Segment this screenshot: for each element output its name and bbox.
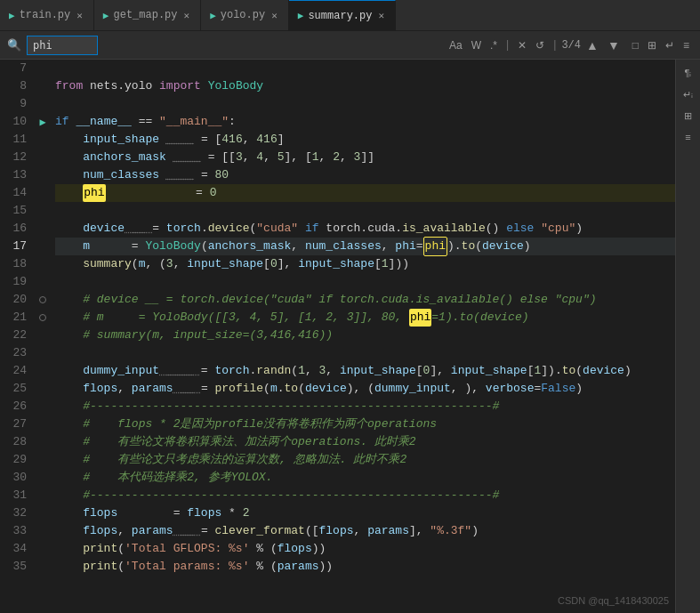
next-match-btn[interactable]: ▼ — [604, 36, 624, 54]
match-case-btn[interactable]: Aa — [446, 36, 466, 55]
code-editor[interactable]: from nets.yolo import YoloBody if __name… — [52, 60, 675, 613]
tab-close-getmap[interactable]: ✕ — [182, 9, 192, 22]
match-word-btn[interactable]: W — [468, 36, 485, 55]
ln-13: 13 — [5, 166, 27, 184]
menu-btn[interactable]: ≡ — [680, 36, 693, 55]
code-line-35: print ( 'Total params: %s' % ( params )) — [55, 558, 675, 576]
comment-31: #---------------------------------------… — [83, 487, 499, 504]
var-flops: flops — [83, 380, 117, 398]
comment-29: # 有些论文只考虑乘法的运算次数, 忽略加法. 此时不乘2 — [83, 451, 406, 469]
cls-yolobody: YoloBody — [145, 238, 200, 255]
code-line-7 — [55, 60, 675, 77]
comment-21-start: # m = YoloBody([[3, 4, 5], [1, 2, 3]], 8… — [83, 309, 409, 327]
close-search-btn[interactable]: □ — [629, 36, 642, 55]
code-line-25: flops , params __ = profile ( m . to ( d… — [55, 380, 675, 398]
gutter-21 — [34, 309, 52, 327]
right-panel: ¶ᵢ ↵ᵢ ⊞ ≡ — [675, 60, 700, 613]
torch: torch — [166, 220, 201, 238]
expand-btn[interactable]: ⊞ — [644, 36, 660, 55]
dots-11: ____ — [166, 131, 194, 149]
fn-print-35: print — [83, 558, 117, 576]
var-flops-32: flops — [83, 504, 117, 522]
fn-summary: summary — [83, 255, 132, 273]
gutter-14 — [34, 184, 52, 202]
comment-21-end: =1).to(device) — [431, 309, 528, 327]
ln-34: 34 — [5, 540, 27, 558]
gutter-30 — [34, 469, 52, 487]
var-num-classes: num_classes — [83, 166, 159, 184]
gutter-15 — [34, 202, 52, 220]
tab-close-train[interactable]: ✕ — [75, 9, 84, 22]
tab-summary[interactable]: ▶ summary.py ✕ — [289, 0, 396, 31]
tab-bar: ▶ train.py ✕ ▶ get_map.py ✕ ▶ yolo.py ✕ … — [0, 0, 700, 31]
comment-26: #---------------------------------------… — [83, 398, 499, 415]
py-icon: ▶ — [9, 10, 15, 21]
ln-35: 35 — [5, 558, 27, 576]
code-line-20: # device __ = torch.device("cuda" if tor… — [55, 291, 675, 309]
ln-9: 9 — [5, 95, 27, 113]
code-line-34: print ( 'Total GFLOPS: %s' % ( flops )) — [55, 540, 675, 558]
code-line-12: anchors_mask ____ = [[ 3 , 4 , 5 ], [ 1 … — [55, 149, 675, 166]
regex-btn[interactable]: .* — [487, 36, 501, 55]
code-line-24: dummy_input ____ = torch . randn ( 1 , 3… — [55, 362, 675, 380]
prev-match-btn[interactable]: ▲ — [583, 36, 602, 54]
ln-15: 15 — [5, 202, 27, 220]
ln-11: 11 — [5, 131, 27, 149]
ln-27: 27 — [5, 415, 27, 433]
var-input-shape: input_shape — [83, 131, 159, 149]
gutter-23 — [34, 344, 52, 362]
gutter-19 — [34, 273, 52, 291]
line-numbers: 7 8 9 10 11 12 13 14 15 16 17 18 19 20 2… — [0, 60, 34, 613]
fn-clever-format: clever_format — [214, 522, 304, 540]
code-line-9 — [55, 95, 675, 113]
code-line-31: #---------------------------------------… — [55, 487, 675, 504]
clear-search-btn[interactable]: ✕ — [514, 36, 530, 55]
ln-32: 32 — [5, 504, 27, 522]
tab-yolo[interactable]: ▶ yolo.py ✕ — [201, 0, 289, 31]
tab-get-map[interactable]: ▶ get_map.py ✕ — [94, 0, 201, 31]
panel-btn-4[interactable]: ≡ — [678, 127, 699, 147]
gutter-26 — [34, 398, 52, 415]
code-line-33: flops , params __ = clever_format ([ flo… — [55, 522, 675, 540]
code-line-17: m = YoloBody ( anchors_mask , num_classe… — [55, 238, 675, 255]
fn-print-34: print — [83, 540, 117, 558]
editor-wrapper: 7 8 9 10 11 12 13 14 15 16 17 18 19 20 2… — [0, 60, 700, 613]
code-line-15 — [55, 202, 675, 220]
gutter-32 — [34, 504, 52, 522]
panel-btn-2[interactable]: ↵ᵢ — [678, 85, 699, 104]
comment-28: # 有些论文将卷积算乘法、加法两个operations. 此时乘2 — [83, 433, 415, 451]
var-anchors-mask: anchors_mask — [83, 149, 166, 166]
code-line-22: # summary(m, input_size=(3,416,416)) — [55, 327, 675, 344]
refresh-btn[interactable]: ↺ — [532, 36, 548, 55]
ln-14: 14 — [5, 184, 27, 202]
code-line-13: num_classes ____ = 80 — [55, 166, 675, 184]
dots-16: __ — [125, 220, 152, 238]
gutter-12 — [34, 149, 52, 166]
search-icon-area: 🔍 — [7, 38, 21, 52]
phi-highlight-21: phi — [409, 309, 431, 327]
watermark: CSDN @qq_1418430025 — [558, 595, 669, 606]
ln-18: 18 — [5, 255, 27, 273]
gutter-17 — [34, 238, 52, 255]
tab-train[interactable]: ▶ train.py ✕ — [0, 0, 94, 31]
wrap-btn[interactable]: ↵ — [662, 36, 678, 55]
code-line-10: if __name__ == "__main__" : — [55, 113, 675, 131]
tab-close-yolo[interactable]: ✕ — [270, 9, 279, 22]
ln-30: 30 — [5, 469, 27, 487]
panel-btn-1[interactable]: ¶ᵢ — [678, 63, 699, 83]
code-line-8: from nets.yolo import YoloBody — [55, 77, 675, 95]
dots-13: ____ — [166, 166, 194, 184]
panel-btn-3[interactable]: ⊞ — [678, 106, 699, 125]
ln-19: 19 — [5, 273, 27, 291]
phi-highlight-14: phi — [83, 184, 105, 202]
separator2: | — [551, 39, 558, 52]
gutter-33 — [34, 522, 52, 540]
gutter-31 — [34, 487, 52, 504]
gutter-20 — [34, 291, 52, 309]
gutter-13 — [34, 166, 52, 184]
search-input[interactable] — [27, 36, 98, 55]
tab-close-summary[interactable]: ✕ — [376, 9, 386, 22]
var-name: __name__ — [76, 113, 131, 131]
code-line-27: # flops * 2是因为 profile 没有将卷积作为两个operatio… — [55, 415, 675, 433]
gutter-7 — [34, 60, 52, 77]
